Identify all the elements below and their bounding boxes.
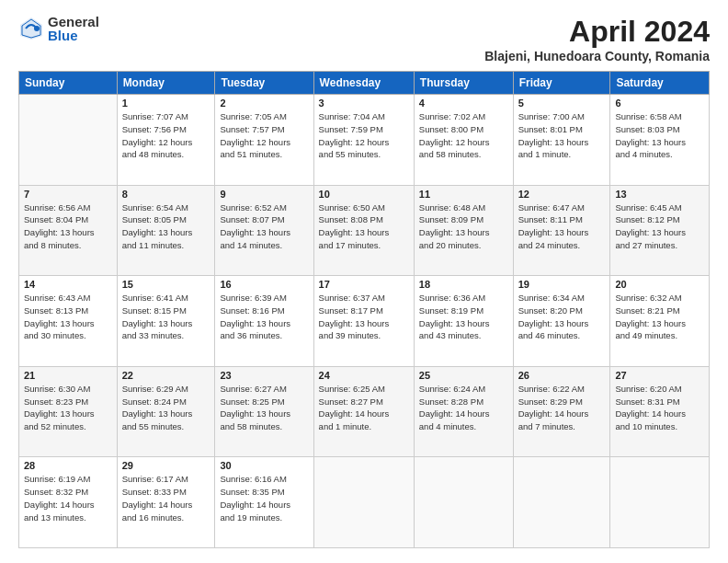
week-row-3: 14Sunrise: 6:43 AM Sunset: 8:13 PM Dayli… — [19, 276, 710, 367]
day-info: Sunrise: 6:32 AM Sunset: 8:21 PM Dayligh… — [615, 292, 704, 342]
day-number: 9 — [220, 189, 308, 200]
day-info: Sunrise: 6:45 AM Sunset: 8:12 PM Dayligh… — [615, 201, 704, 252]
calendar: SundayMondayTuesdayWednesdayThursdayFrid… — [18, 71, 710, 548]
calendar-cell: 23Sunrise: 6:27 AM Sunset: 8:25 PM Dayli… — [215, 366, 313, 457]
day-info: Sunrise: 6:36 AM Sunset: 8:19 PM Dayligh… — [419, 292, 508, 342]
calendar-cell: 3Sunrise: 7:04 AM Sunset: 7:59 PM Daylig… — [313, 95, 414, 186]
day-number: 13 — [615, 189, 704, 200]
calendar-cell: 9Sunrise: 6:52 AM Sunset: 8:07 PM Daylig… — [215, 185, 313, 276]
calendar-cell: 20Sunrise: 6:32 AM Sunset: 8:21 PM Dayli… — [610, 276, 710, 367]
weekday-tuesday: Tuesday — [215, 72, 313, 95]
day-info: Sunrise: 6:16 AM Sunset: 8:35 PM Dayligh… — [220, 473, 308, 523]
day-info: Sunrise: 7:00 AM Sunset: 8:01 PM Dayligh… — [518, 110, 606, 161]
calendar-cell: 22Sunrise: 6:29 AM Sunset: 8:24 PM Dayli… — [117, 366, 215, 457]
day-number: 29 — [122, 460, 210, 471]
day-number: 21 — [24, 370, 112, 381]
day-number: 4 — [419, 98, 508, 109]
logo-blue: Blue — [48, 29, 99, 42]
day-info: Sunrise: 6:37 AM Sunset: 8:17 PM Dayligh… — [319, 292, 409, 342]
calendar-cell: 17Sunrise: 6:37 AM Sunset: 8:17 PM Dayli… — [313, 276, 414, 367]
day-number: 20 — [615, 279, 704, 290]
day-number: 5 — [518, 98, 606, 109]
svg-point-2 — [34, 26, 40, 31]
calendar-cell: 14Sunrise: 6:43 AM Sunset: 8:13 PM Dayli… — [19, 276, 118, 367]
calendar-cell — [513, 457, 610, 548]
day-number: 23 — [220, 370, 308, 381]
logo-text: General Blue — [48, 15, 99, 42]
week-row-5: 28Sunrise: 6:19 AM Sunset: 8:32 PM Dayli… — [19, 457, 710, 548]
day-number: 10 — [319, 189, 409, 200]
day-number: 28 — [24, 460, 112, 471]
calendar-cell: 27Sunrise: 6:20 AM Sunset: 8:31 PM Dayli… — [610, 366, 710, 457]
day-number: 19 — [518, 279, 606, 290]
weekday-sunday: Sunday — [19, 72, 118, 95]
day-info: Sunrise: 6:24 AM Sunset: 8:28 PM Dayligh… — [419, 383, 508, 433]
calendar-cell: 11Sunrise: 6:48 AM Sunset: 8:09 PM Dayli… — [414, 185, 513, 276]
day-number: 6 — [615, 98, 704, 109]
day-number: 3 — [319, 98, 409, 109]
calendar-cell: 21Sunrise: 6:30 AM Sunset: 8:23 PM Dayli… — [19, 366, 118, 457]
day-info: Sunrise: 6:58 AM Sunset: 8:03 PM Dayligh… — [615, 110, 704, 161]
day-number: 12 — [518, 189, 606, 200]
day-info: Sunrise: 6:20 AM Sunset: 8:31 PM Dayligh… — [615, 383, 704, 433]
day-info: Sunrise: 6:34 AM Sunset: 8:20 PM Dayligh… — [518, 292, 606, 342]
week-row-4: 21Sunrise: 6:30 AM Sunset: 8:23 PM Dayli… — [19, 366, 710, 457]
week-row-1: 1Sunrise: 7:07 AM Sunset: 7:56 PM Daylig… — [19, 95, 710, 186]
day-info: Sunrise: 6:52 AM Sunset: 8:07 PM Dayligh… — [220, 201, 308, 252]
logo: General Blue — [18, 15, 99, 42]
day-info: Sunrise: 6:39 AM Sunset: 8:16 PM Dayligh… — [220, 292, 308, 342]
calendar-cell — [610, 457, 710, 548]
day-number: 2 — [220, 98, 308, 109]
calendar-cell: 16Sunrise: 6:39 AM Sunset: 8:16 PM Dayli… — [215, 276, 313, 367]
day-number: 11 — [419, 189, 508, 200]
day-info: Sunrise: 6:17 AM Sunset: 8:33 PM Dayligh… — [122, 473, 210, 523]
day-number: 15 — [122, 279, 210, 290]
calendar-cell: 15Sunrise: 6:41 AM Sunset: 8:15 PM Dayli… — [117, 276, 215, 367]
day-info: Sunrise: 6:50 AM Sunset: 8:08 PM Dayligh… — [319, 201, 409, 252]
calendar-cell: 28Sunrise: 6:19 AM Sunset: 8:32 PM Dayli… — [19, 457, 118, 548]
subtitle: Blajeni, Hunedoara County, Romania — [484, 49, 710, 63]
calendar-cell: 24Sunrise: 6:25 AM Sunset: 8:27 PM Dayli… — [313, 366, 414, 457]
logo-general: General — [48, 15, 99, 29]
logo-icon — [18, 16, 44, 41]
day-number: 27 — [615, 370, 704, 381]
calendar-cell — [313, 457, 414, 548]
day-number: 7 — [24, 189, 112, 200]
day-info: Sunrise: 6:48 AM Sunset: 8:09 PM Dayligh… — [419, 201, 508, 252]
weekday-header-row: SundayMondayTuesdayWednesdayThursdayFrid… — [19, 72, 710, 95]
day-info: Sunrise: 6:30 AM Sunset: 8:23 PM Dayligh… — [24, 383, 112, 433]
day-info: Sunrise: 6:25 AM Sunset: 8:27 PM Dayligh… — [319, 383, 409, 433]
weekday-thursday: Thursday — [414, 72, 513, 95]
day-number: 18 — [419, 279, 508, 290]
day-number: 25 — [419, 370, 508, 381]
page: General Blue April 2024 Blajeni, Hunedoa… — [0, 0, 728, 563]
day-number: 8 — [122, 189, 210, 200]
day-number: 30 — [220, 460, 308, 471]
calendar-cell: 5Sunrise: 7:00 AM Sunset: 8:01 PM Daylig… — [513, 95, 610, 186]
calendar-cell: 29Sunrise: 6:17 AM Sunset: 8:33 PM Dayli… — [117, 457, 215, 548]
calendar-cell: 2Sunrise: 7:05 AM Sunset: 7:57 PM Daylig… — [215, 95, 313, 186]
header: General Blue April 2024 Blajeni, Hunedoa… — [18, 15, 710, 63]
day-number: 1 — [122, 98, 210, 109]
calendar-cell: 4Sunrise: 7:02 AM Sunset: 8:00 PM Daylig… — [414, 95, 513, 186]
calendar-cell — [414, 457, 513, 548]
day-number: 22 — [122, 370, 210, 381]
calendar-cell: 30Sunrise: 6:16 AM Sunset: 8:35 PM Dayli… — [215, 457, 313, 548]
day-info: Sunrise: 7:02 AM Sunset: 8:00 PM Dayligh… — [419, 110, 508, 161]
day-number: 16 — [220, 279, 308, 290]
day-info: Sunrise: 6:56 AM Sunset: 8:04 PM Dayligh… — [24, 201, 112, 252]
day-info: Sunrise: 7:07 AM Sunset: 7:56 PM Dayligh… — [122, 110, 210, 161]
day-info: Sunrise: 6:47 AM Sunset: 8:11 PM Dayligh… — [518, 201, 606, 252]
day-info: Sunrise: 6:27 AM Sunset: 8:25 PM Dayligh… — [220, 383, 308, 433]
calendar-cell: 18Sunrise: 6:36 AM Sunset: 8:19 PM Dayli… — [414, 276, 513, 367]
main-title: April 2024 — [484, 15, 710, 49]
day-info: Sunrise: 6:22 AM Sunset: 8:29 PM Dayligh… — [518, 383, 606, 433]
calendar-cell: 8Sunrise: 6:54 AM Sunset: 8:05 PM Daylig… — [117, 185, 215, 276]
day-number: 24 — [319, 370, 409, 381]
calendar-cell: 12Sunrise: 6:47 AM Sunset: 8:11 PM Dayli… — [513, 185, 610, 276]
weekday-friday: Friday — [513, 72, 610, 95]
calendar-cell: 26Sunrise: 6:22 AM Sunset: 8:29 PM Dayli… — [513, 366, 610, 457]
title-block: April 2024 Blajeni, Hunedoara County, Ro… — [484, 15, 710, 63]
calendar-cell: 6Sunrise: 6:58 AM Sunset: 8:03 PM Daylig… — [610, 95, 710, 186]
calendar-cell: 19Sunrise: 6:34 AM Sunset: 8:20 PM Dayli… — [513, 276, 610, 367]
